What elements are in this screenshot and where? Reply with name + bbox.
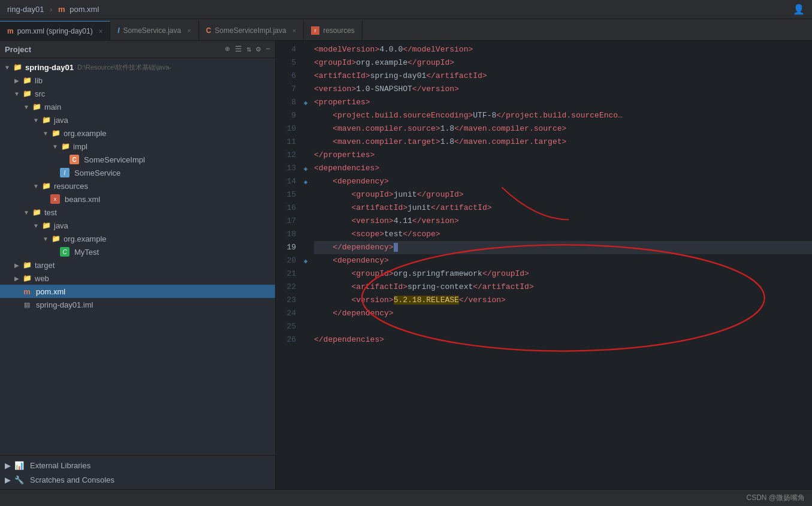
tab-someservice[interactable]: I SomeService.java × (110, 21, 199, 40)
gutter-19 (300, 241, 312, 254)
tree-label-org-example-test: org.example (64, 234, 107, 243)
gutter-16 (300, 201, 312, 215)
tree-label-org-example-main: org.example (64, 129, 107, 138)
maven-file-icon: m (7, 27, 14, 35)
code-line-7: <version>1.0-SNAPSHOT</version> (314, 83, 812, 96)
gear-settings-icon[interactable]: ⚙ (256, 44, 261, 54)
tree-item-test-java[interactable]: ▼ 📁 java (0, 219, 275, 232)
external-libraries-icon: ▶ (5, 461, 11, 470)
user-icon[interactable]: 👤 (793, 4, 805, 16)
folder-icon-test: 📁 (31, 207, 42, 218)
code-line-21: <groupId>org.springframework</groupId> (314, 267, 812, 281)
tree-label-impl: impl (73, 142, 87, 151)
folder-icon-main: 📁 (31, 101, 42, 112)
tree-arrow-src: ▼ (12, 91, 22, 97)
gutter-20[interactable]: ◈ (300, 254, 312, 267)
collapse-all-icon[interactable]: ☰ (235, 44, 242, 54)
tree-item-test[interactable]: ▼ 📁 test (0, 206, 275, 219)
gutter-8[interactable]: ◈ (300, 96, 312, 109)
code-line-15: <groupId>junit</groupId> (314, 188, 812, 201)
tab-bar: m pom.xml (spring-day01) × I SomeService… (0, 19, 812, 41)
scratches-consoles-item[interactable]: ▶ 🔧 Scratches and Consoles (0, 472, 275, 487)
sidebar-bottom: ▶ 📊 External Libraries ▶ 🔧 Scratches and… (0, 455, 275, 489)
tree-item-target[interactable]: ▶ 📁 target (0, 258, 275, 272)
tree-label-main: main (44, 103, 61, 112)
folder-icon-org-example-test: 📁 (50, 233, 61, 244)
code-line-20: <dependency> (314, 254, 812, 267)
console-icon: 🔧 (14, 475, 24, 484)
tree-label-main-java: java (54, 116, 68, 125)
tree-item-org-example-main[interactable]: ▼ 📁 org.example (0, 126, 275, 140)
external-libraries-item[interactable]: ▶ 📊 External Libraries (0, 458, 275, 472)
code-line-6: <artifactId>spring-day01</artifactId> (314, 70, 812, 83)
code-line-19: </dependency> (314, 241, 812, 254)
tree-item-src[interactable]: ▼ 📁 src (0, 87, 275, 100)
class-file-icon: C (206, 26, 212, 35)
code-line-11: <maven.compiler.target>1.8</maven.compil… (314, 135, 812, 149)
gutter-25 (300, 320, 312, 333)
tree-item-pom-xml[interactable]: m pom.xml (0, 285, 275, 298)
tree-arrow-org-example-test: ▼ (41, 236, 50, 242)
tree-arrow-main: ▼ (22, 104, 31, 110)
code-line-16: <artifactId>junit</artifactId> (314, 201, 812, 215)
gutter-24 (300, 307, 312, 320)
tab-pom-label: pom.xml (spring-day01) (17, 27, 93, 35)
tab-resources[interactable]: r resources (304, 21, 363, 40)
code-line-25 (314, 320, 812, 333)
code-line-17: <version>4.11</version> (314, 215, 812, 228)
code-line-12: </properties> (314, 149, 812, 162)
tree-arrow-lib: ▶ (12, 77, 22, 84)
folder-icon-org-example-main: 📁 (50, 128, 61, 138)
code-line-8: <properties> (314, 96, 812, 109)
tab-pom-xml[interactable]: m pom.xml (spring-day01) × (0, 21, 110, 40)
tab-someserviceimpl[interactable]: C SomeServiceImpl.java × (199, 21, 304, 40)
tree-item-iml[interactable]: ▤ spring-day01.iml (0, 298, 275, 311)
expand-all-icon[interactable]: ⇅ (247, 44, 252, 54)
folder-icon-lib: 📁 (22, 75, 32, 86)
test-icon-mytest: C (60, 247, 70, 257)
tab-close-someservice-icon[interactable]: × (187, 27, 191, 34)
add-module-icon[interactable]: ⊕ (225, 44, 230, 54)
tree-item-web[interactable]: ▶ 📁 web (0, 272, 275, 285)
tab-someservice-label: SomeService.java (123, 26, 182, 35)
folder-icon-impl: 📁 (60, 141, 71, 152)
code-line-23: <version>5.2.18.RELEASE</version> (314, 294, 812, 307)
tree-item-main[interactable]: ▼ 📁 main (0, 100, 275, 113)
folder-icon-src: 📁 (22, 88, 32, 99)
tree-arrow-impl: ▼ (50, 143, 60, 150)
gutter: ◈ ◈ ◈ ◈ (300, 41, 312, 489)
tree-label-src: src (35, 89, 45, 98)
tree-item-lib[interactable]: ▶ 📁 lib (0, 74, 275, 87)
close-sidebar-icon[interactable]: − (265, 45, 270, 54)
gutter-14[interactable]: ◈ (300, 175, 312, 188)
gutter-26 (300, 333, 312, 347)
tree-label-test-java: java (54, 221, 68, 230)
tree-item-beans-xml[interactable]: x beans.xml (0, 192, 275, 206)
tree-item-someserviceimpl[interactable]: C SomeServiceImpl (0, 153, 275, 166)
tab-resources-label: resources (323, 26, 355, 35)
scratches-label: Scratches and Consoles (30, 475, 114, 484)
tree-arrow-web: ▶ (12, 275, 22, 282)
gutter-17 (300, 215, 312, 228)
tree-label-beans-xml: beans.xml (65, 195, 100, 204)
tree-item-mytest[interactable]: C MyTest (0, 245, 275, 258)
tab-close-impl-icon[interactable]: × (292, 27, 296, 34)
gutter-13[interactable]: ◈ (300, 162, 312, 175)
gutter-9 (300, 109, 312, 122)
interface-file-icon: I (117, 26, 119, 35)
maven-icon-pom: m (22, 286, 32, 297)
tree-arrow-target: ▶ (12, 262, 22, 269)
tree-item-main-java[interactable]: ▼ 📁 java (0, 113, 275, 126)
code-line-18: <scope>test</scope> (314, 228, 812, 241)
tree-item-impl[interactable]: ▼ 📁 impl (0, 140, 275, 153)
gutter-15 (300, 188, 312, 201)
tree-item-spring-day01[interactable]: ▼ 📁 spring-day01 D:\Resource\软件技术基础\java… (0, 61, 275, 74)
tab-close-icon[interactable]: × (99, 28, 102, 35)
code-area[interactable]: <modelVersion>4.0.0</modelVersion> <grou… (312, 41, 812, 489)
gutter-10 (300, 122, 312, 135)
xml-icon-beans: x (50, 194, 60, 204)
tree-item-org-example-test[interactable]: ▼ 📁 org.example (0, 232, 275, 245)
tree-label-lib: lib (35, 76, 43, 85)
tree-item-resources[interactable]: ▼ 📁 resources (0, 179, 275, 192)
tree-item-someservice[interactable]: I SomeService (0, 166, 275, 179)
